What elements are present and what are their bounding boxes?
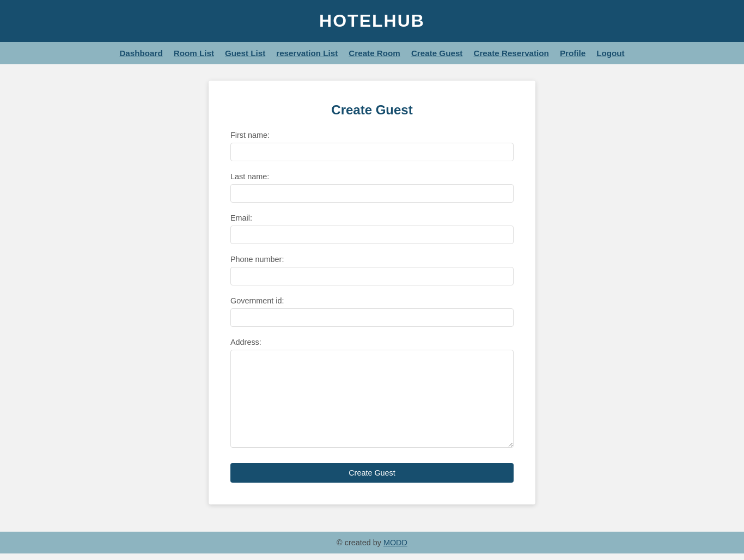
phone-input[interactable] bbox=[230, 267, 514, 285]
phone-label: Phone number: bbox=[230, 255, 514, 264]
last-name-input[interactable] bbox=[230, 184, 514, 203]
last-name-group: Last name: bbox=[230, 172, 514, 203]
footer-link[interactable]: MODD bbox=[383, 538, 407, 547]
nav-profile[interactable]: Profile bbox=[560, 48, 586, 58]
main-nav: Dashboard Room List Guest List reservati… bbox=[0, 42, 744, 64]
gov-id-label: Government id: bbox=[230, 296, 514, 305]
nav-guest-list[interactable]: Guest List bbox=[225, 48, 265, 58]
address-textarea[interactable] bbox=[230, 350, 514, 448]
last-name-label: Last name: bbox=[230, 172, 514, 181]
submit-button[interactable]: Create Guest bbox=[230, 463, 514, 483]
gov-id-group: Government id: bbox=[230, 296, 514, 327]
nav-dashboard[interactable]: Dashboard bbox=[119, 48, 162, 58]
form-title: Create Guest bbox=[230, 102, 514, 118]
nav-logout[interactable]: Logout bbox=[596, 48, 624, 58]
nav-reservation-list[interactable]: reservation List bbox=[276, 48, 338, 58]
address-label: Address: bbox=[230, 338, 514, 346]
gov-id-input[interactable] bbox=[230, 308, 514, 327]
email-label: Email: bbox=[230, 214, 514, 222]
nav-create-guest[interactable]: Create Guest bbox=[411, 48, 463, 58]
first-name-input[interactable] bbox=[230, 143, 514, 161]
nav-create-reservation[interactable]: Create Reservation bbox=[473, 48, 548, 58]
first-name-group: First name: bbox=[230, 131, 514, 161]
nav-create-room[interactable]: Create Room bbox=[349, 48, 400, 58]
create-guest-card: Create Guest First name: Last name: Emai… bbox=[209, 81, 535, 504]
site-header: HOTELHUB bbox=[0, 0, 744, 42]
email-group: Email: bbox=[230, 214, 514, 244]
main-content: Create Guest First name: Last name: Emai… bbox=[0, 64, 744, 521]
nav-room-list[interactable]: Room List bbox=[174, 48, 214, 58]
create-guest-form: First name: Last name: Email: Phone numb… bbox=[230, 131, 514, 483]
phone-group: Phone number: bbox=[230, 255, 514, 285]
site-footer: © created by MODD bbox=[0, 532, 744, 553]
address-group: Address: bbox=[230, 338, 514, 450]
first-name-label: First name: bbox=[230, 131, 514, 139]
email-input[interactable] bbox=[230, 226, 514, 244]
footer-text: © created by bbox=[337, 538, 383, 547]
site-title: HOTELHUB bbox=[11, 11, 733, 31]
